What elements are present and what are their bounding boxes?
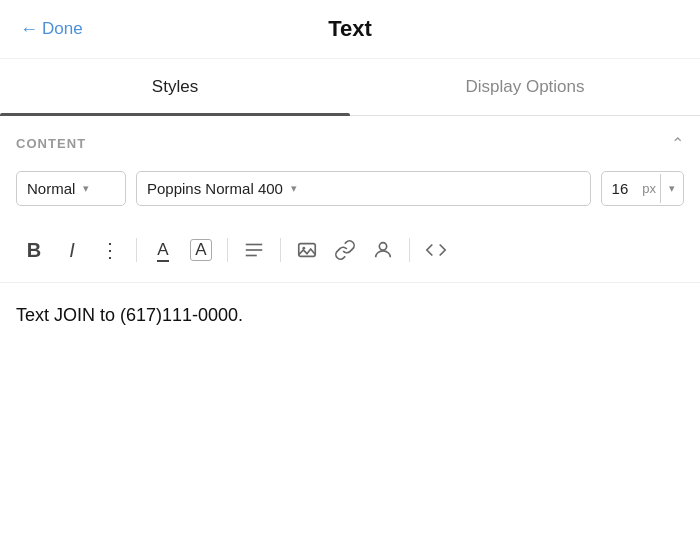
align-icon [243, 239, 265, 261]
text-color-button[interactable]: A [145, 232, 181, 268]
back-arrow-icon: ← [20, 19, 38, 40]
body-text: Text JOIN to (617)111-0000. [0, 283, 700, 348]
image-icon [296, 239, 318, 261]
image-button[interactable] [289, 232, 325, 268]
person-icon [372, 239, 394, 261]
italic-button[interactable]: I [54, 232, 90, 268]
separator-3 [280, 238, 281, 262]
done-label: Done [42, 19, 83, 39]
font-size-control: 16 px ▾ [601, 171, 684, 206]
content-section-header: CONTENT ⌃ [0, 116, 700, 167]
done-button[interactable]: ← Done [20, 19, 83, 40]
header: ← Done Text [0, 0, 700, 59]
svg-point-4 [302, 247, 305, 250]
text-highlight-icon: A [190, 239, 212, 261]
svg-point-5 [379, 243, 386, 250]
controls-row: Normal ▾ Poppins Normal 400 ▾ 16 px ▾ [0, 167, 700, 222]
page-title: Text [328, 16, 372, 42]
tab-display-options[interactable]: Display Options [350, 59, 700, 115]
text-color-icon: A [157, 240, 168, 260]
font-size-caret-icon[interactable]: ▾ [660, 174, 683, 203]
more-options-icon: ⋮ [100, 238, 121, 262]
formatting-toolbar: B I ⋮ A A [0, 222, 700, 283]
person-button[interactable] [365, 232, 401, 268]
link-button[interactable] [327, 232, 363, 268]
separator-4 [409, 238, 410, 262]
more-options-button[interactable]: ⋮ [92, 232, 128, 268]
collapse-icon[interactable]: ⌃ [671, 134, 684, 153]
code-icon [425, 239, 447, 261]
font-caret-icon: ▾ [291, 182, 297, 195]
tab-styles[interactable]: Styles [0, 59, 350, 115]
font-size-unit: px [638, 181, 660, 196]
paragraph-style-value: Normal [27, 180, 75, 197]
link-icon [334, 239, 356, 261]
font-value: Poppins Normal 400 [147, 180, 283, 197]
text-highlight-button[interactable]: A [183, 232, 219, 268]
font-select[interactable]: Poppins Normal 400 ▾ [136, 171, 591, 206]
paragraph-style-caret-icon: ▾ [83, 182, 89, 195]
separator-1 [136, 238, 137, 262]
code-button[interactable] [418, 232, 454, 268]
bold-button[interactable]: B [16, 232, 52, 268]
section-label: CONTENT [16, 136, 86, 151]
paragraph-style-select[interactable]: Normal ▾ [16, 171, 126, 206]
font-size-value[interactable]: 16 [602, 172, 639, 205]
align-button[interactable] [236, 232, 272, 268]
tab-bar: Styles Display Options [0, 59, 700, 116]
body-text-content: Text JOIN to (617)111-0000. [16, 305, 243, 325]
separator-2 [227, 238, 228, 262]
